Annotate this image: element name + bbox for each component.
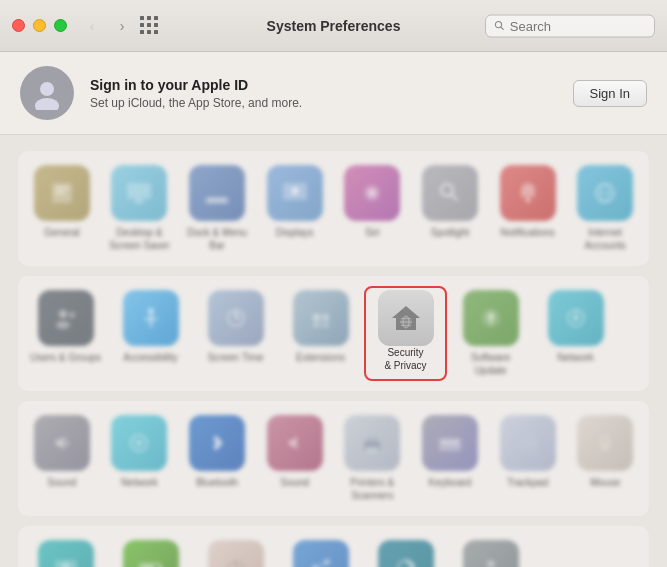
svg-rect-5 (55, 187, 69, 189)
internet-icon (577, 165, 633, 221)
svg-point-23 (59, 310, 67, 318)
screentime-label: Screen Time (207, 351, 263, 364)
pref-item-users[interactable]: Users & Groups (28, 290, 103, 377)
spotlight-label: Spotlight (430, 226, 469, 239)
pref-item-sound[interactable]: Sound (28, 415, 96, 502)
svg-rect-54 (454, 441, 458, 444)
pref-item-trackpad[interactable]: Trackpad (494, 415, 562, 502)
softwareupdate-label: Software Update (455, 351, 527, 377)
prefs-section-row3: Sound Network Bluetooth Sound (18, 401, 649, 516)
grid-dot (140, 23, 144, 27)
trackpad-label: Trackpad (507, 476, 548, 489)
pref-item-screentime[interactable]: Screen Time (198, 290, 273, 377)
maximize-button[interactable] (54, 19, 67, 32)
keyboard-icon (422, 415, 478, 471)
sound3-icon (267, 415, 323, 471)
svg-rect-8 (135, 200, 143, 203)
prefs-row-1: General Desktop & Screen Saver Dock & Me… (28, 165, 639, 252)
bluetooth-icon (189, 415, 245, 471)
prefs-area: General Desktop & Screen Saver Dock & Me… (0, 135, 667, 567)
pref-item-sharing[interactable]: Sharing (283, 540, 358, 567)
svg-point-24 (56, 321, 70, 329)
pref-item-extensions[interactable]: Extensions (283, 290, 358, 377)
pref-item-internet[interactable]: Internet Accounts (571, 165, 639, 252)
nav-buttons: ‹ › (79, 16, 135, 36)
search-icon (494, 20, 505, 32)
accessibility-label: Accessibility (123, 351, 177, 364)
svg-point-47 (136, 440, 142, 446)
signin-button[interactable]: Sign In (573, 80, 647, 107)
pref-item-mouse[interactable]: Mouse (571, 415, 639, 502)
svg-point-59 (603, 438, 607, 442)
pref-item-battery[interactable]: Battery (113, 540, 188, 567)
pref-item-spotlight[interactable]: Spotlight (416, 165, 484, 252)
pref-item-accessibility[interactable]: Accessibility (113, 290, 188, 377)
search-bar[interactable] (485, 14, 655, 37)
softwareupdate-icon (463, 290, 519, 346)
svg-point-2 (40, 82, 54, 96)
pref-item-theater[interactable]: Displays (28, 540, 103, 567)
theater-icon (38, 540, 94, 567)
pref-item-display[interactable]: Displays (261, 165, 329, 252)
svg-line-18 (451, 195, 457, 201)
sound3-label: Sound (280, 476, 309, 489)
display-icon (267, 165, 323, 221)
bluetooth-label: Bluetooth (196, 476, 238, 489)
prefs-section-row2: Users & Groups Accessibility Screen Time… (18, 276, 649, 391)
pref-item-bluetooth[interactable]: Bluetooth (183, 415, 251, 502)
access2-icon (463, 540, 519, 567)
users-icon (38, 290, 94, 346)
grid-view-button[interactable] (139, 16, 159, 36)
prefs-section-row4: Displays Battery Date & Time Sharing (18, 526, 649, 567)
network3-label: Network (121, 476, 158, 489)
signin-subtitle: Set up iCloud, the App Store, and more. (90, 96, 557, 110)
pref-item-general[interactable]: General (28, 165, 96, 252)
pref-item-sound3[interactable]: Sound (261, 415, 329, 502)
grid-dot (154, 23, 158, 27)
extensions-label: Extensions (296, 351, 345, 364)
grid-dot (154, 16, 158, 20)
desktop-label: Desktop & Screen Saver (106, 226, 174, 252)
pref-item-security[interactable]: Security& Privacy (368, 290, 443, 377)
pref-item-network2[interactable]: Network (538, 290, 613, 377)
pref-item-access2[interactable]: Accessibility (453, 540, 528, 567)
svg-rect-51 (439, 438, 461, 451)
pref-item-softwareupdate[interactable]: Software Update (453, 290, 528, 377)
pref-item-network3[interactable]: Network (106, 415, 174, 502)
grid-dot (147, 23, 151, 27)
datetime-icon (208, 540, 264, 567)
grid-dot (154, 30, 158, 34)
search-input[interactable] (510, 18, 646, 33)
avatar (20, 66, 74, 120)
pref-item-timemachine[interactable]: Time Machine (368, 540, 443, 567)
minimize-button[interactable] (33, 19, 46, 32)
security-label: Security& Privacy (384, 346, 426, 372)
svg-rect-53 (448, 441, 452, 444)
svg-point-19 (525, 198, 530, 203)
prefs-row-4: Displays Battery Date & Time Sharing (28, 540, 639, 567)
pref-item-siri[interactable]: Siri (339, 165, 407, 252)
svg-rect-55 (519, 435, 537, 453)
close-button[interactable] (12, 19, 25, 32)
svg-point-44 (573, 315, 579, 321)
mouse-label: Mouse (590, 476, 620, 489)
general-icon (34, 165, 90, 221)
pref-item-keyboard[interactable]: Keyboard (416, 415, 484, 502)
pref-item-dock[interactable]: Dock & Menu Bar (183, 165, 251, 252)
pref-item-printer[interactable]: Printers & Scanners (339, 415, 407, 502)
forward-button[interactable]: › (109, 16, 135, 36)
general-label: General (44, 226, 80, 239)
pref-item-desktop[interactable]: Desktop & Screen Saver (106, 165, 174, 252)
battery-icon (123, 540, 179, 567)
svg-point-12 (221, 198, 225, 202)
pref-item-notifications[interactable]: Notifications (494, 165, 562, 252)
svg-point-11 (215, 198, 219, 202)
svg-rect-7 (127, 183, 151, 199)
prefs-section-row1: General Desktop & Screen Saver Dock & Me… (18, 151, 649, 266)
svg-line-71 (318, 563, 324, 567)
back-button[interactable]: ‹ (79, 16, 105, 36)
desktop-icon (111, 165, 167, 221)
window-title: System Preferences (267, 18, 401, 34)
security-icon (378, 290, 434, 346)
pref-item-datetime[interactable]: Date & Time (198, 540, 273, 567)
